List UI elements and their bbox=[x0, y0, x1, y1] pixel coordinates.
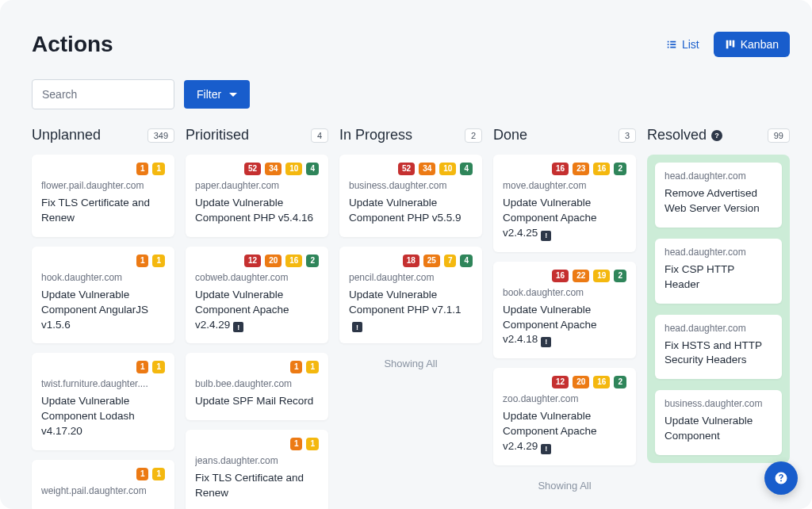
card-text-content: Fix TLS Certificate and Renew bbox=[41, 197, 150, 224]
column-count-badge: 4 bbox=[311, 128, 328, 143]
severity-badge: 1 bbox=[152, 361, 165, 373]
card-host: head.daughter.com bbox=[665, 247, 772, 258]
card-list: 5234104business.daughter.comUpdate Vulne… bbox=[339, 155, 482, 343]
card-text-content: Update Vulnerable Component Lodash v4.17… bbox=[41, 395, 135, 437]
column-header: Done3 bbox=[493, 127, 636, 144]
card-text: Update Vulnerable Component bbox=[665, 414, 772, 444]
severity-badge: 2 bbox=[614, 270, 626, 282]
showing-all-label: Showing All bbox=[339, 358, 482, 369]
chevron-down-icon bbox=[229, 93, 237, 97]
severity-badge: 1 bbox=[306, 438, 319, 450]
filter-label: Filter bbox=[197, 88, 221, 101]
kanban-card[interactable]: 1623162move.daughter.comUpdate Vulnerabl… bbox=[493, 155, 636, 252]
kanban-card[interactable]: head.daughter.comFix HSTS and HTTP Secur… bbox=[655, 315, 782, 380]
card-text-content: Fix CSP HTTP Header bbox=[665, 263, 734, 290]
card-list: 5234104paper.daughter.comUpdate Vulnerab… bbox=[186, 155, 328, 509]
header-row: Actions List Kanban bbox=[32, 32, 790, 57]
card-host: business.daughter.com bbox=[665, 398, 772, 409]
card-text-content: Fix HSTS and HTTP Security Headers bbox=[665, 339, 762, 366]
search-input[interactable] bbox=[32, 79, 174, 109]
card-host: book.daughter.com bbox=[503, 287, 626, 298]
kanban-view-label: Kanban bbox=[741, 38, 779, 51]
card-text: Fix TLS Certificate and Renew bbox=[195, 471, 319, 501]
card-text: Update SPF Mail Record bbox=[195, 394, 319, 409]
severity-badge: 52 bbox=[398, 163, 415, 175]
severity-badge: 12 bbox=[244, 254, 261, 267]
kanban-column: Unplanned34911flower.pail.daughter.comFi… bbox=[32, 127, 174, 509]
card-host: move.daughter.com bbox=[503, 180, 626, 191]
severity-badge: 7 bbox=[444, 254, 457, 267]
severity-badge: 1 bbox=[290, 438, 303, 450]
kanban-card[interactable]: 5234104paper.daughter.comUpdate Vulnerab… bbox=[186, 155, 328, 237]
column-title: Resolved? bbox=[647, 127, 722, 144]
severity-badge: 52 bbox=[244, 163, 261, 175]
card-host: head.daughter.com bbox=[665, 323, 772, 334]
card-badges: 1622192 bbox=[503, 270, 626, 282]
kanban-card[interactable]: 11flower.pail.daughter.comFix TLS Certif… bbox=[32, 155, 174, 237]
severity-badge: 16 bbox=[593, 163, 610, 175]
column-header: Unplanned349 bbox=[32, 127, 174, 144]
card-list: 11flower.pail.daughter.comFix TLS Certif… bbox=[32, 155, 174, 509]
severity-badge: 16 bbox=[552, 163, 569, 175]
card-text: Fix CSP HTTP Header bbox=[665, 262, 772, 293]
kanban-card[interactable]: 5234104business.daughter.comUpdate Vulne… bbox=[339, 155, 482, 237]
column-title: Done bbox=[493, 127, 527, 144]
severity-badge: 2 bbox=[306, 254, 319, 267]
kanban-view-button[interactable]: Kanban bbox=[714, 32, 790, 57]
card-badges: 182574 bbox=[349, 254, 473, 267]
column-title: In Progress bbox=[339, 127, 412, 144]
kanban-card[interactable]: 11twist.furniture.daughter....Update Vul… bbox=[32, 353, 174, 450]
severity-badge: 34 bbox=[265, 163, 282, 175]
kanban-card[interactable]: 1220162zoo.daughter.comUpdate Vulnerable… bbox=[493, 368, 636, 465]
card-text: Update Vulnerable Component Apache v2.4.… bbox=[503, 409, 626, 454]
card-badges: 11 bbox=[41, 468, 165, 480]
kanban-card[interactable]: 11hook.daughter.comUpdate Vulnerable Com… bbox=[32, 247, 174, 344]
question-icon[interactable]: ? bbox=[711, 130, 722, 141]
page-title: Actions bbox=[32, 32, 113, 57]
card-text: Update Vulnerable Component Apache v2.4.… bbox=[503, 196, 626, 241]
help-fab-button[interactable] bbox=[764, 461, 798, 495]
severity-badge: 23 bbox=[573, 163, 589, 175]
column-header: Prioritised4 bbox=[186, 127, 328, 144]
kanban-card[interactable]: 1622192book.daughter.comUpdate Vulnerabl… bbox=[493, 262, 636, 359]
severity-badge: 12 bbox=[552, 376, 569, 388]
kanban-card[interactable]: business.daughter.comUpdate Vulnerable C… bbox=[655, 390, 782, 455]
card-host: pencil.daughter.com bbox=[349, 272, 473, 283]
card-text-content: Update Vulnerable Component PHP v5.5.9 bbox=[349, 197, 462, 224]
kanban-card[interactable]: 1220162cobweb.daughter.comUpdate Vulnera… bbox=[186, 247, 328, 344]
column-title-text: In Progress bbox=[339, 127, 412, 144]
note-icon bbox=[541, 337, 551, 347]
filter-button[interactable]: Filter bbox=[184, 80, 250, 109]
kanban-card[interactable]: 11weight.pail.daughter.com bbox=[32, 460, 174, 509]
card-host: head.daughter.com bbox=[665, 170, 772, 182]
card-badges: 11 bbox=[195, 438, 319, 450]
column-title-text: Unplanned bbox=[32, 127, 101, 144]
severity-badge: 16 bbox=[552, 270, 569, 282]
severity-badge: 4 bbox=[306, 163, 319, 175]
severity-badge: 22 bbox=[573, 270, 589, 282]
view-toggle: List Kanban bbox=[658, 32, 790, 57]
severity-badge: 1 bbox=[136, 254, 149, 267]
severity-badge: 16 bbox=[285, 254, 302, 267]
kanban-card[interactable]: 11bulb.bee.daughter.comUpdate SPF Mail R… bbox=[186, 353, 328, 420]
severity-badge: 4 bbox=[460, 254, 473, 267]
severity-badge: 2 bbox=[614, 163, 626, 175]
kanban-board: Unplanned34911flower.pail.daughter.comFi… bbox=[32, 127, 790, 509]
kanban-card[interactable]: 182574pencil.daughter.comUpdate Vulnerab… bbox=[339, 247, 482, 344]
column-header: Resolved?99 bbox=[647, 127, 790, 144]
card-text: Update Vulnerable Component Lodash v4.17… bbox=[41, 394, 165, 439]
severity-badge: 20 bbox=[265, 254, 282, 267]
card-list: 1623162move.daughter.comUpdate Vulnerabl… bbox=[493, 155, 636, 465]
card-badges: 1220162 bbox=[195, 254, 319, 267]
severity-badge: 1 bbox=[152, 163, 165, 175]
column-title-text: Prioritised bbox=[186, 127, 249, 144]
kanban-card[interactable]: head.daughter.comFix CSP HTTP Header bbox=[655, 239, 782, 304]
card-badges: 5234104 bbox=[195, 163, 319, 175]
severity-badge: 1 bbox=[290, 361, 303, 373]
kanban-column: In Progress25234104business.daughter.com… bbox=[339, 127, 482, 509]
kanban-card[interactable]: 11jeans.daughter.comFix TLS Certificate … bbox=[186, 430, 328, 509]
card-host: business.daughter.com bbox=[349, 180, 473, 191]
card-text: Update Vulnerable Component PHP v7.1.1 bbox=[349, 288, 473, 333]
kanban-card[interactable]: head.daughter.comRemove Advertised Web S… bbox=[655, 163, 782, 228]
list-view-button[interactable]: List bbox=[658, 32, 707, 57]
